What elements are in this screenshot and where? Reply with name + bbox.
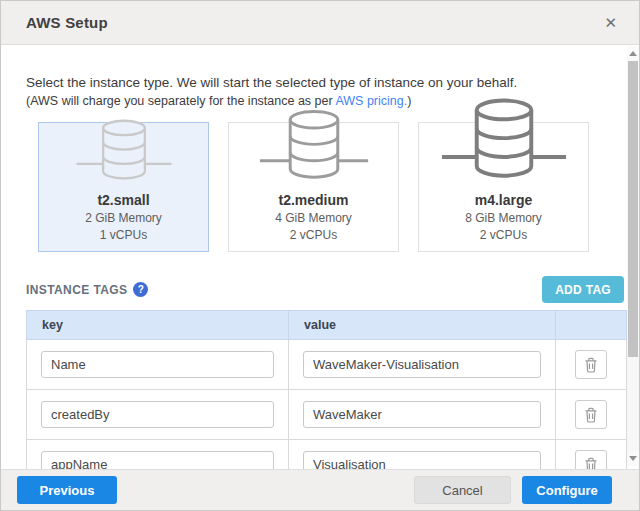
instance-card-m4-large[interactable]: m4.large 8 GiB Memory 2 vCPUs (418, 122, 589, 252)
add-tag-button[interactable]: ADD TAG (542, 276, 624, 303)
help-icon[interactable]: ? (133, 282, 148, 297)
table-row (27, 390, 627, 440)
tag-value-input[interactable] (303, 401, 541, 428)
scrollbar-down-button[interactable] (627, 451, 639, 466)
database-icon (72, 115, 176, 190)
instance-card-t2-small[interactable]: t2.small 2 GiB Memory 1 vCPUs (38, 122, 209, 252)
trash-icon (584, 357, 598, 373)
dialog-title: AWS Setup (26, 14, 108, 31)
column-header-value: value (289, 311, 556, 340)
table-row (27, 440, 627, 470)
instance-vcpus: 2 vCPUs (480, 228, 527, 242)
dialog-body: Select the instance type. We will start … (1, 45, 639, 469)
instance-tags-label: INSTANCE TAGS ? (26, 282, 148, 297)
instance-vcpus: 1 vCPUs (100, 228, 147, 242)
scroll-up-icon (629, 51, 637, 56)
column-header-key: key (27, 311, 289, 340)
instance-tags-bar: INSTANCE TAGS ? ADD TAG (26, 276, 624, 303)
delete-tag-button[interactable] (575, 450, 607, 469)
dialog-header: AWS Setup ✕ (1, 1, 639, 45)
instance-card-t2-medium[interactable]: t2.medium 4 GiB Memory 2 vCPUs (228, 122, 399, 252)
instance-memory: 4 GiB Memory (275, 211, 352, 225)
trash-icon (584, 407, 598, 423)
instance-name: m4.large (475, 192, 533, 208)
tag-key-input[interactable] (41, 401, 274, 428)
table-row (27, 340, 627, 390)
delete-tag-button[interactable] (575, 400, 607, 429)
cancel-button[interactable]: Cancel (414, 476, 511, 504)
aws-setup-dialog: AWS Setup ✕ Select the instance type. We… (0, 0, 640, 511)
tag-key-input[interactable] (41, 451, 274, 469)
instance-type-cards: t2.small 2 GiB Memory 1 vCPUs t2.medium … (38, 122, 639, 252)
configure-button[interactable]: Configure (522, 476, 612, 504)
scrollbar-up-button[interactable] (627, 46, 639, 61)
instance-tags-table: key value (26, 310, 627, 469)
instance-name: t2.medium (278, 192, 348, 208)
instance-vcpus: 2 vCPUs (290, 228, 337, 242)
delete-tag-button[interactable] (575, 350, 607, 379)
close-icon[interactable]: ✕ (600, 13, 621, 32)
intro-line-2-suffix: ) (407, 94, 411, 108)
scroll-down-icon (629, 456, 637, 461)
previous-button[interactable]: Previous (17, 476, 117, 504)
table-header-row: key value (27, 311, 627, 340)
trash-icon (584, 457, 598, 470)
scrollbar-thumb[interactable] (628, 61, 638, 357)
tag-value-input[interactable] (303, 451, 541, 469)
instance-memory: 2 GiB Memory (85, 211, 162, 225)
tag-value-input[interactable] (303, 351, 541, 378)
intro-line-1: Select the instance type. We will start … (26, 75, 587, 90)
database-icon (255, 105, 373, 190)
instance-name: t2.small (97, 192, 149, 208)
instance-memory: 8 GiB Memory (465, 211, 542, 225)
instance-tags-label-text: INSTANCE TAGS (26, 283, 127, 297)
column-header-actions (556, 311, 627, 340)
database-icon (437, 93, 571, 190)
dialog-footer: Previous Cancel Configure (1, 469, 639, 510)
tag-key-input[interactable] (41, 351, 274, 378)
vertical-scrollbar[interactable] (627, 46, 639, 466)
